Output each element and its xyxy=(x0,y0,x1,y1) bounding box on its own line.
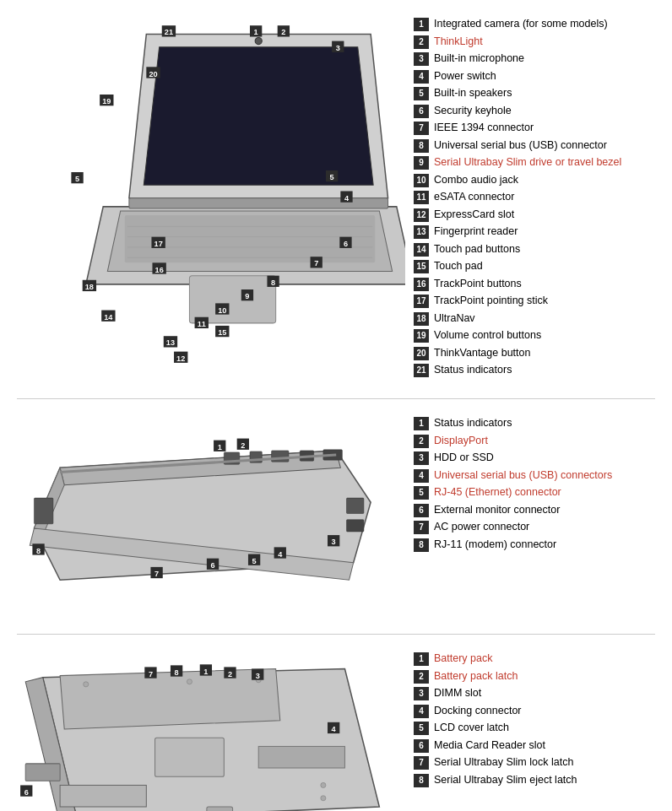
legend-label: Integrated camera (for some models) xyxy=(434,17,608,32)
svg-rect-65 xyxy=(346,498,363,513)
legend-label: DisplayPort xyxy=(434,434,488,449)
legend-label: Battery pack latch xyxy=(434,669,518,684)
legend-item: 12ExpressCard slot xyxy=(414,208,655,223)
svg-text:8: 8 xyxy=(175,668,179,677)
svg-text:18: 18 xyxy=(85,283,94,291)
legend-item: 7IEEE 1394 connector xyxy=(414,121,655,136)
legend-item: 16TrackPoint buttons xyxy=(414,277,655,292)
svg-rect-91 xyxy=(25,764,60,781)
svg-rect-10 xyxy=(189,276,275,323)
svg-text:1: 1 xyxy=(203,668,208,676)
legend-label: Security keyhole xyxy=(434,104,512,119)
legend-badge: 2 xyxy=(414,435,429,448)
legend-badge: 2 xyxy=(414,35,429,49)
legend-badge: 8 xyxy=(414,774,429,787)
divider-2 xyxy=(17,634,655,635)
legend-badge: 18 xyxy=(414,312,429,326)
divider-1 xyxy=(17,398,655,399)
legend-item: 20ThinkVantage button xyxy=(414,346,655,361)
legend-item: 4Power switch xyxy=(414,69,655,84)
legend-badge: 9 xyxy=(414,156,429,170)
svg-rect-62 xyxy=(272,451,289,462)
legend-label: ExpressCard slot xyxy=(434,208,514,223)
svg-rect-88 xyxy=(155,738,225,777)
legend-label: Serial Ultrabay Slim eject latch xyxy=(434,773,577,788)
svg-text:5: 5 xyxy=(75,175,79,183)
legend-item: 5Built-in speakers xyxy=(414,86,655,101)
legend-badge: 5 xyxy=(414,87,429,100)
legend-item: 8Serial Ultrabay Slim eject latch xyxy=(414,773,655,788)
legend-label: Battery pack xyxy=(434,652,492,667)
legend-label: RJ-11 (modem) connector xyxy=(434,538,556,553)
legend-label: Touch pad xyxy=(434,259,483,274)
legend-item: 7Serial Ultrabay Slim lock latch xyxy=(414,755,655,770)
laptop-side-diagram: 1 2 3 4 5 6 7 xyxy=(17,416,405,614)
legend-item: 11eSATA connector xyxy=(414,190,655,205)
diagram-top-view: 1 21 2 3 20 19 xyxy=(17,17,405,381)
legend-item: 7AC power connector xyxy=(414,520,655,535)
svg-text:16: 16 xyxy=(155,266,164,274)
legend-item: 3DIMM slot xyxy=(414,686,655,701)
svg-text:20: 20 xyxy=(149,70,157,78)
svg-text:10: 10 xyxy=(218,306,226,315)
svg-text:9: 9 xyxy=(245,292,249,300)
svg-marker-1 xyxy=(144,47,373,186)
legend-section1: 1Integrated camera (for some models)2Thi… xyxy=(405,17,655,381)
svg-text:2: 2 xyxy=(241,441,245,450)
legend-item: 9Serial Ultrabay Slim drive or travel be… xyxy=(414,155,655,170)
legend-item: 2ThinkLight xyxy=(414,35,655,50)
legend-badge: 4 xyxy=(414,705,429,718)
legend-label: TrackPoint buttons xyxy=(434,277,522,292)
svg-rect-66 xyxy=(346,520,363,532)
legend-label: Built-in microphone xyxy=(434,51,524,67)
legend-label: ThinkLight xyxy=(434,35,483,50)
legend-label: Universal serial bus (USB) connectors xyxy=(434,468,612,484)
legend-badge: 6 xyxy=(414,504,429,517)
svg-text:8: 8 xyxy=(271,278,275,287)
legend-badge: 12 xyxy=(414,208,429,222)
legend-label: RJ-45 (Ethernet) connector xyxy=(434,485,561,500)
svg-text:19: 19 xyxy=(102,97,111,105)
svg-text:8: 8 xyxy=(36,547,41,555)
legend-label: Media Card Reader slot xyxy=(434,738,545,754)
legend-badge: 1 xyxy=(414,18,429,31)
legend-label: TrackPoint pointing stick xyxy=(434,294,548,309)
legend-badge: 6 xyxy=(414,739,429,753)
legend-label: Status indicators xyxy=(434,416,512,431)
svg-text:5: 5 xyxy=(330,173,334,181)
legend-badge: 11 xyxy=(414,191,429,204)
legend-badge: 16 xyxy=(414,278,429,291)
legend-label: Fingerprint reader xyxy=(434,224,518,240)
svg-text:15: 15 xyxy=(218,328,226,337)
section-bottom-view: 8 7 1 2 3 4 5 xyxy=(0,643,672,811)
legend-badge: 4 xyxy=(414,469,429,483)
svg-text:21: 21 xyxy=(165,28,173,36)
svg-text:7: 7 xyxy=(314,259,318,268)
svg-text:14: 14 xyxy=(104,313,113,322)
svg-point-97 xyxy=(321,796,326,801)
legend-item: 13Fingerprint reader xyxy=(414,224,655,240)
svg-text:2: 2 xyxy=(281,28,285,36)
svg-rect-89 xyxy=(258,747,344,769)
diagram-side-view: 1 2 3 4 5 6 7 xyxy=(17,416,405,617)
svg-text:1: 1 xyxy=(218,443,222,451)
legend-badge: 17 xyxy=(414,295,429,308)
svg-text:7: 7 xyxy=(154,570,159,578)
legend-label: AC power connector xyxy=(434,520,529,535)
legend-badge: 14 xyxy=(414,243,429,257)
legend-badge: 6 xyxy=(414,105,429,118)
legend-item: 6External monitor connector xyxy=(414,503,655,518)
legend-badge: 1 xyxy=(414,652,429,666)
svg-text:1: 1 xyxy=(254,28,258,36)
legend-item: 17TrackPoint pointing stick xyxy=(414,294,655,309)
legend-item: 4Docking connector xyxy=(414,704,655,719)
legend-badge: 19 xyxy=(414,329,429,343)
legend-label: Power switch xyxy=(434,69,496,84)
svg-rect-90 xyxy=(207,807,233,811)
legend-label: Combo audio jack xyxy=(434,173,518,188)
legend-section3: 1Battery pack2Battery pack latch3DIMM sl… xyxy=(405,652,655,790)
legend-item: 19Volume control buttons xyxy=(414,328,655,343)
svg-rect-67 xyxy=(34,498,52,524)
svg-text:6: 6 xyxy=(344,240,348,248)
svg-marker-87 xyxy=(60,669,280,730)
